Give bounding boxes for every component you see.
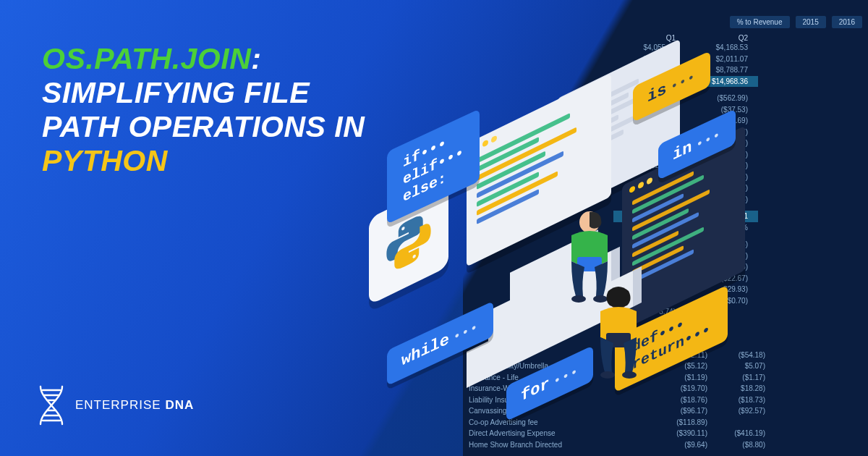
person-yellow-shirt xyxy=(579,282,658,384)
svg-point-12 xyxy=(600,371,615,379)
dna-icon xyxy=(35,385,68,426)
headline-line2: SIMPLIFYING FILE xyxy=(42,76,310,109)
year-2015-button: 2015 xyxy=(796,16,826,28)
col-q2: Q2 xyxy=(686,34,758,42)
year-2016-button: 2016 xyxy=(832,16,862,28)
pct-revenue-button: % to Revenue xyxy=(730,16,790,28)
headline-python: PYTHON xyxy=(42,144,168,177)
headline-line3: PATH OPERATIONS IN xyxy=(42,110,365,143)
svg-point-13 xyxy=(622,371,637,379)
article-headline: OS.PATH.JOIN: SIMPLIFYING FILE PATH OPER… xyxy=(42,42,418,179)
headline-ospathjoin: OS.PATH.JOIN xyxy=(42,42,251,75)
enterprise-dna-logo: ENTERPRISE DNA xyxy=(35,385,194,426)
headline-colon: : xyxy=(251,42,261,75)
logo-text: ENTERPRISE DNA xyxy=(75,398,194,413)
